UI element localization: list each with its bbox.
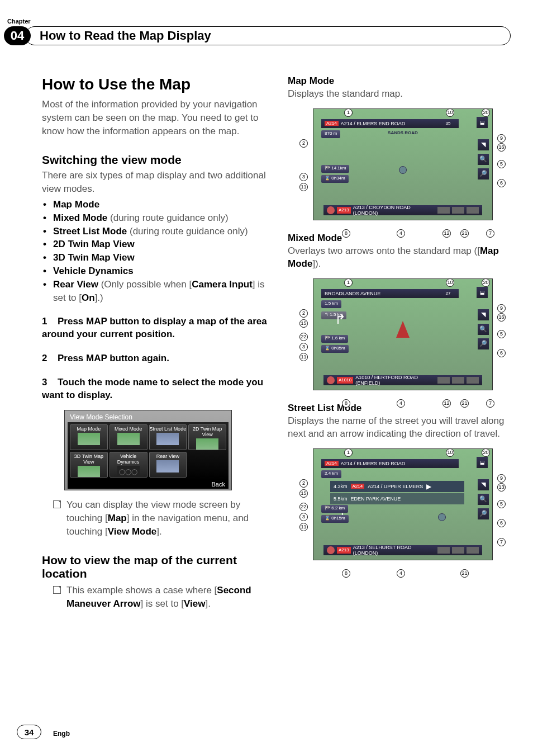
voice-icon[interactable] — [327, 206, 335, 214]
mode-note: (during route guidance only) — [107, 212, 228, 223]
total-distance-pill: 🏁 14.1km — [321, 165, 349, 173]
bottom-road-banner: A213 A213 / SELHURST ROAD (LONDON) — [323, 545, 482, 555]
vms-option-map-mode[interactable]: Map Mode — [70, 424, 108, 450]
ui-name: View — [184, 598, 205, 609]
voice-icon[interactable] — [327, 546, 335, 554]
zoom-direction-icon[interactable]: ◥ — [478, 309, 489, 320]
note-icon — [53, 500, 61, 508]
step-number: 1 — [42, 315, 58, 328]
distance-mini-badge: 35 — [437, 119, 459, 128]
zoom-in-icon[interactable]: 🔍 — [478, 494, 489, 505]
scale-chip — [467, 207, 479, 214]
mixed-mode-desc: Overlays two arrows onto the standard ma… — [288, 245, 511, 271]
top-road-banner: A214A214 / ELMERS END ROAD — [321, 459, 459, 468]
mode-label: Map Mode — [53, 199, 99, 210]
list-item: Street List Mode (during route guidance … — [53, 225, 271, 238]
zoom-out-icon[interactable]: 🔎 — [478, 168, 489, 179]
direction-arrow-icon — [396, 321, 410, 338]
zoom-direction-icon[interactable]: ◥ — [478, 139, 489, 150]
map-mode-figure: A214A214 / ELMERS END ROAD 35 ⬓ SANDS RO… — [313, 108, 493, 220]
bottom-road-banner: A213 A213 / CROYDON ROAD (LONDON) — [323, 205, 482, 215]
note-second-maneuver: This example shows a case where [Second … — [42, 584, 271, 611]
setting-value: On — [82, 292, 95, 303]
vms-back-button[interactable]: Back — [68, 480, 229, 489]
page-number-badge: 34 — [17, 725, 41, 739]
zoom-direction-icon[interactable]: ◥ — [478, 479, 489, 490]
note-view-mode-screen: You can display the view mode screen by … — [42, 498, 271, 538]
street-list-desc: Displays the name of the street you will… — [288, 415, 511, 441]
info-chip[interactable] — [452, 377, 464, 384]
turn-arrow-icon: ↱ — [335, 311, 346, 327]
mixed-mode-figure: BROADLANDS AVENUE 27 ⬓ 1.5 km ↰ 1.5 km 🏁… — [313, 278, 493, 390]
distance-pill: 2.4 km — [321, 470, 341, 478]
ui-name: View Mode — [108, 526, 157, 537]
bottom-road-banner: A1010 A1010 / HERTFORD ROAD (ENFIELD) — [323, 375, 482, 385]
page-language: Engb — [53, 730, 70, 738]
scale-chip — [467, 547, 479, 554]
step-2: 2Press MAP button again. — [42, 352, 271, 365]
map-mode-block: Map Mode Displays the standard map. A214… — [288, 75, 511, 220]
mode-note: ].) — [95, 292, 103, 303]
vms-empty — [188, 452, 226, 478]
note-text: ]. — [206, 598, 211, 609]
map-mode-heading: Map Mode — [288, 75, 511, 87]
info-chip[interactable] — [452, 207, 464, 214]
chapter-title: How to Read the Map Display — [40, 29, 211, 43]
map-mode-desc: Displays the standard map. — [288, 88, 511, 101]
note-text: ]. — [156, 526, 161, 537]
subsection-current-location: How to view the map of the current locat… — [42, 554, 271, 580]
info-chip[interactable] — [452, 547, 464, 554]
setting-name: Camera Input — [192, 279, 253, 290]
mode-label: Rear View — [53, 279, 98, 290]
list-item: 3D Twin Map View — [53, 251, 271, 264]
current-location-icon — [438, 513, 446, 521]
total-distance-pill: 🏁 1.6 km — [321, 335, 348, 343]
compass-icon[interactable]: ⬓ — [477, 457, 488, 468]
vms-option-mixed-mode[interactable]: Mixed Mode — [110, 424, 147, 450]
vms-title: View Mode Selection — [68, 412, 229, 422]
view-mode-list: Map Mode Mixed Mode (during route guidan… — [42, 198, 271, 304]
zoom-out-icon[interactable]: 🔎 — [478, 508, 489, 519]
total-distance-pill: 🏁 6.2 km — [321, 505, 348, 513]
compass-icon[interactable]: ⬓ — [477, 117, 488, 128]
list-item: Mixed Mode (during route guidance only) — [53, 211, 271, 225]
left-column: How to Use the Map Most of the informati… — [42, 75, 271, 611]
vms-option-vehicle-dynamics[interactable]: Vehicle Dynamics◯◯◯ — [110, 452, 147, 478]
step-3: 3Touch the mode name to select the mode … — [42, 376, 271, 402]
info-chip[interactable] — [437, 547, 450, 554]
compass-icon[interactable]: ⬓ — [477, 287, 488, 298]
vms-option-rear-view[interactable]: Rear View — [149, 452, 187, 478]
mode-label: 2D Twin Map View — [53, 239, 135, 249]
step-number: 2 — [42, 352, 58, 365]
ui-name: Map — [108, 513, 127, 523]
mixed-mode-block: Mixed Mode Overlays two arrows onto the … — [288, 233, 511, 390]
current-location-icon — [399, 166, 407, 174]
distance-pill: 870 m — [321, 130, 340, 138]
vms-option-street-list[interactable]: Street List Mode — [149, 424, 187, 450]
step-text: Press MAP button again. — [58, 353, 169, 363]
vms-option-2d-twin[interactable]: 2D Twin Map View — [188, 424, 226, 450]
view-mode-selection-figure: View Mode Selection Map Mode Mixed Mode … — [64, 410, 232, 490]
chapter-label: Chapter — [7, 18, 31, 25]
distance-pill: 1.5 km — [321, 300, 341, 308]
zoom-in-icon[interactable]: 🔍 — [478, 154, 489, 165]
info-chip[interactable] — [437, 377, 450, 384]
note-text: This example shows a case where [ — [66, 585, 217, 596]
zoom-out-icon[interactable]: 🔎 — [478, 338, 489, 349]
eta-pill: ⌛ 0h15m — [321, 515, 349, 523]
street-list-row: 4.3kmA214A214 / UPPER ELMERS▶ — [330, 481, 464, 492]
subsection-switching-view: Switching the view mode — [42, 153, 271, 167]
voice-icon[interactable] — [327, 376, 335, 384]
mode-label: Mixed Mode — [53, 212, 107, 223]
chapter-number-badge: 04 — [4, 26, 31, 45]
vms-option-3d-twin[interactable]: 3D Twin Map View — [70, 452, 108, 478]
intro-paragraph: Most of the information provided by your… — [42, 98, 271, 138]
mixed-mode-heading: Mixed Mode — [288, 233, 511, 244]
note-icon — [53, 586, 61, 594]
mode-note: (Only possible when [ — [98, 279, 192, 290]
distance-mini-badge: 27 — [437, 289, 459, 298]
section-heading-use-map: How to Use the Map — [42, 75, 271, 93]
info-chip[interactable] — [437, 207, 450, 214]
zoom-in-icon[interactable]: 🔍 — [478, 324, 489, 335]
list-item: Vehicle Dynamics — [53, 264, 271, 278]
